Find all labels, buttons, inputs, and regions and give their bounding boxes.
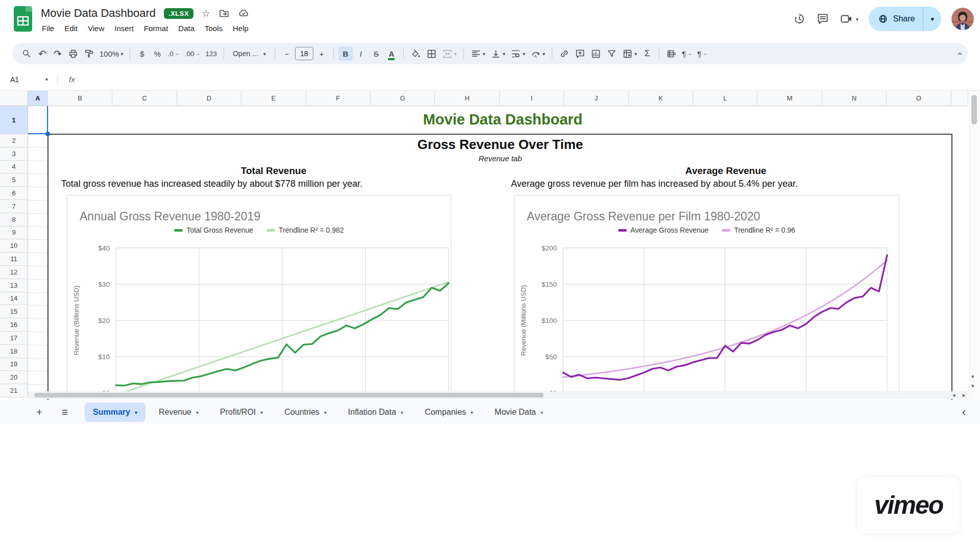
scroll-left-icon[interactable]: ◂ [952,392,955,398]
row-header-4[interactable]: 4 [0,161,28,174]
tab-menu-caret[interactable]: ▾ [196,410,199,415]
row-header-14[interactable]: 14 [0,292,28,306]
tab-menu-caret[interactable]: ▾ [324,410,327,415]
column-header-E[interactable]: E [241,91,306,106]
sheets-logo-icon[interactable] [13,6,33,32]
menu-data[interactable]: Data [173,22,200,34]
increase-decimal-button[interactable]: .00→ [183,46,203,61]
row-header-20[interactable]: 20 [0,371,28,384]
horizontal-align-button[interactable]: ▾ [469,46,487,61]
spreadsheet-grid[interactable]: Movie Data Dashboard Gross Revenue Over … [0,91,980,400]
row-header-7[interactable]: 7 [0,200,28,213]
row-header-1[interactable]: 1 [0,106,28,134]
chart-average-revenue[interactable]: Average Gross Revenue per Film 1980-2020… [514,195,899,400]
text-direction-rtl-button[interactable]: ¶← [695,46,709,61]
text-rotation-button[interactable]: ▾ [528,46,547,61]
column-header-L[interactable]: L [693,91,757,106]
paint-format-icon[interactable] [82,46,96,61]
all-sheets-icon[interactable]: ≡ [56,404,74,421]
chart-total-revenue[interactable]: Annual Gross Revenue 1980-2019 Total Gro… [67,195,451,400]
increase-font-size-button[interactable]: + [314,46,329,61]
text-wrap-button[interactable]: ▾ [508,46,527,61]
column-header-H[interactable]: H [435,91,499,106]
share-button[interactable]: Share [869,7,923,31]
fill-color-button[interactable] [408,46,423,61]
vimeo-watermark[interactable]: vimeo [857,477,960,533]
column-header-K[interactable]: K [629,91,693,106]
menu-edit[interactable]: Edit [59,22,83,34]
column-header-A[interactable]: A [28,91,48,106]
column-header-M[interactable]: M [757,91,822,106]
print-icon[interactable] [66,46,81,61]
column-header-C[interactable]: C [112,91,177,106]
search-icon[interactable] [19,46,34,61]
horizontal-scrollbar[interactable] [28,391,968,399]
menu-format[interactable]: Format [139,22,174,34]
tab-inflation-data[interactable]: Inflation Data▾ [340,403,411,422]
insert-link-button[interactable] [557,46,572,61]
more-formats-button[interactable]: 123 [203,46,219,61]
italic-button[interactable]: I [354,46,368,61]
vertical-scrollbar-thumb[interactable] [971,95,977,124]
scroll-right-icon[interactable]: ▸ [963,392,966,398]
column-header-J[interactable]: J [564,91,628,106]
format-percent-button[interactable]: % [150,46,164,61]
format-currency-button[interactable]: $ [135,46,149,61]
column-header-G[interactable]: G [371,91,435,106]
menu-insert[interactable]: Insert [109,22,139,34]
row-header-8[interactable]: 8 [0,213,28,227]
pivot-table-button[interactable]: ▾ [620,46,639,61]
meet-button[interactable]: ▾ [840,12,859,26]
version-history-icon[interactable] [793,12,806,26]
text-direction-ltr-button[interactable]: ¶→ [680,46,694,61]
tab-menu-caret[interactable]: ▾ [541,410,543,415]
text-color-button[interactable]: A [384,46,399,61]
column-header-D[interactable]: D [177,91,241,106]
row-header-12[interactable]: 12 [0,266,28,279]
row-header-5[interactable]: 5 [0,173,28,187]
scroll-up-icon[interactable]: ▴ [971,372,974,379]
tab-menu-caret[interactable]: ▾ [471,410,473,415]
selection-fill-handle[interactable] [45,132,50,136]
document-title[interactable]: Movie Data Dashboard [41,7,156,20]
font-size-input[interactable]: 18 [295,47,313,60]
column-header-F[interactable]: F [306,91,371,106]
select-all-corner[interactable] [0,91,28,106]
tab-countries[interactable]: Countries▾ [276,403,335,422]
tab-menu-caret[interactable]: ▾ [135,410,137,415]
font-select[interactable]: Open ...▾ [229,49,270,58]
tab-scroll-chevron-icon[interactable]: ‹ [962,406,966,419]
decrease-decimal-button[interactable]: .0← [165,46,181,61]
row-header-15[interactable]: 15 [0,305,28,318]
insert-table-button[interactable] [664,46,679,61]
insert-comment-button[interactable] [573,46,587,61]
column-header-B[interactable]: B [48,91,112,106]
tab-summary[interactable]: Summary▾ [85,403,145,422]
row-header-10[interactable]: 10 [0,239,28,253]
menu-file[interactable]: File [37,22,59,34]
tab-companies[interactable]: Companies▾ [416,403,481,422]
column-header-N[interactable]: N [822,91,887,106]
tab-profit-roi[interactable]: Profit/ROI▾ [212,403,271,422]
row-header-19[interactable]: 19 [0,358,28,371]
redo-icon[interactable]: ↷ [51,46,65,61]
avatar[interactable] [951,8,974,30]
menu-help[interactable]: Help [228,22,254,34]
star-icon[interactable]: ☆ [202,9,210,18]
row-header-6[interactable]: 6 [0,187,28,200]
tab-revenue[interactable]: Revenue▾ [151,403,207,422]
strikethrough-button[interactable]: S [369,46,383,61]
column-header-partial[interactable] [951,91,968,106]
row-header-3[interactable]: 3 [0,147,28,161]
tab-movie-data[interactable]: Movie Data▾ [486,403,551,422]
row-header-17[interactable]: 17 [0,332,28,345]
share-options-caret[interactable]: ▾ [923,15,941,23]
column-header-O[interactable]: O [887,91,951,106]
functions-button[interactable]: Σ [640,46,654,61]
row-header-13[interactable]: 13 [0,279,28,292]
row-header-2[interactable]: 2 [0,134,28,147]
create-filter-button[interactable] [604,46,619,61]
horizontal-scrollbar-thumb[interactable] [34,393,544,397]
borders-button[interactable] [424,46,439,61]
formula-input[interactable] [75,68,980,90]
